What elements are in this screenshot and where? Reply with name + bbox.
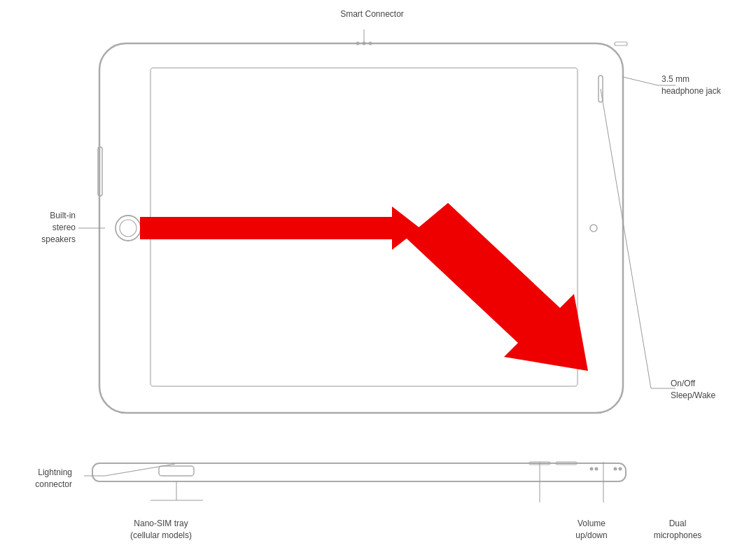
svg-rect-21	[556, 462, 577, 465]
ipad-svg	[0, 0, 756, 557]
svg-rect-13	[615, 42, 627, 45]
svg-point-22	[590, 467, 594, 471]
svg-rect-5	[98, 147, 102, 196]
label-smart-connector: Smart Connector	[321, 8, 423, 20]
svg-line-11	[623, 77, 658, 85]
svg-point-23	[595, 467, 598, 471]
svg-rect-20	[529, 462, 550, 465]
diagram: Smart Connector 3.5 mmheadphone jack Bui…	[0, 0, 756, 557]
label-speakers: Built-instereospeakers	[13, 210, 76, 245]
label-volume: Volumeup/down	[564, 518, 620, 542]
svg-line-26	[105, 464, 175, 476]
svg-point-2	[115, 216, 141, 241]
label-microphones: Dualmicrophones	[650, 518, 706, 542]
svg-point-4	[590, 225, 597, 232]
svg-rect-19	[159, 466, 194, 476]
svg-marker-33	[406, 203, 588, 371]
svg-point-6	[356, 42, 360, 45]
label-onoff: On/OffSleep/Wake	[671, 378, 748, 402]
svg-point-25	[619, 467, 622, 471]
svg-point-8	[369, 42, 372, 45]
svg-point-24	[614, 467, 617, 471]
svg-marker-32	[140, 206, 420, 250]
label-lightning: Lightningconnector	[6, 467, 72, 491]
svg-rect-1	[150, 68, 578, 386]
svg-rect-9	[598, 76, 603, 102]
svg-point-3	[120, 220, 136, 237]
label-nanosim: Nano-SIM tray(cellular models)	[115, 518, 206, 542]
label-headphone: 3.5 mmheadphone jack	[662, 73, 746, 97]
svg-rect-0	[99, 43, 623, 413]
svg-point-7	[363, 42, 366, 45]
svg-rect-18	[92, 463, 626, 481]
svg-line-16	[601, 89, 651, 388]
